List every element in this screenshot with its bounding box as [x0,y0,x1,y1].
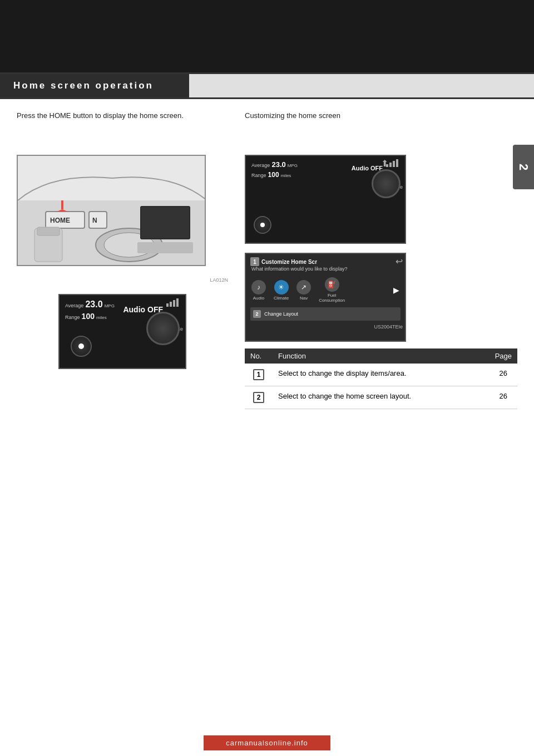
svg-rect-5 [141,207,189,238]
average-unit-right: MPG [288,163,298,168]
customize-screen-label: US2004TEIe [246,323,405,331]
chapter-tab: 2 [513,145,534,189]
compass-inner-right [260,223,265,227]
diagram-label-value: LA012N [210,277,228,283]
table-header-row: No. Function Page [245,348,517,364]
chapter-number: 2 [516,164,531,170]
customize-icon-audio[interactable]: ♪ Audio [251,280,266,301]
intro-text-left-value: Press the HOME button to display the hom… [17,111,184,120]
customize-badge1: 1 [250,257,259,266]
diagram-label: LA012N [17,277,228,283]
nav-icon-circle: ↗ [296,280,311,294]
svg-rect-9 [89,212,107,228]
svg-rect-6 [137,242,193,253]
customize-icons-row: ♪ Audio ☀ Climate ↗ Nav ⛽ Fuel Consumpti… [246,275,405,305]
section-title-text: Home screen operation [13,80,154,91]
range-value: 100 [82,312,95,321]
average-unit: MPG [105,303,115,308]
row1-badge: 1 [253,369,264,380]
range-label-right: Range [251,173,266,178]
main-content: Press the HOME button to display the hom… [0,99,534,420]
speaker-left [146,312,180,345]
compass-left [71,336,92,357]
nav-icon-label: Nav [300,296,308,301]
intro-text-left: Press the HOME button to display the hom… [17,110,228,144]
average-label: Average [65,303,83,308]
watermark-text: carmanualsonline.info [226,739,308,747]
svg-text:HOME: HOME [50,217,70,224]
bar3r [393,161,395,167]
watermark-bar: carmanualsonline.info [204,735,330,750]
row1-function: Select to change the display items/area. [273,364,490,386]
change-layout-badge: 2 [253,310,261,318]
compass-inner-left [78,343,84,349]
compass-right [254,216,271,234]
bar2r [389,163,392,167]
right-column: Customizing the home screen [245,110,517,409]
customize-icon-climate[interactable]: ☀ Climate [274,280,289,301]
row1-no: 1 [245,364,273,386]
customize-icon-fuel[interactable]: ⛽ Fuel Consumption [319,277,345,303]
left-screen-small: Average 23.0 MPG Range 100 miles Audio O… [58,294,186,369]
signal-bars [166,298,179,307]
left-column: Press the HOME button to display the hom… [17,110,228,409]
average-value: 23.0 [85,300,102,309]
intro-text-right-value: Customizing the home screen [245,111,340,120]
climate-icon-circle: ☀ [274,280,289,294]
table-header: No. Function Page [245,348,517,364]
range-label: Range [65,315,80,320]
col-header-no: No. [245,348,273,364]
svg-rect-12 [61,200,63,209]
fuel-icon-circle: ⛽ [325,277,339,292]
back-arrow-icon: ↩ [395,256,403,267]
car-diagram-svg: HOME N [18,156,206,266]
range-value-right: 100 [268,171,279,179]
customize-title-text: Customize Home Scr [261,259,317,265]
audio-icon-circle: ♪ [251,280,266,294]
col-header-function: Function [273,348,490,364]
table-row: 2 Select to change the home screen layou… [245,386,517,409]
table-row: 1 Select to change the display items/are… [245,364,517,386]
range-unit-right: miles [281,173,291,178]
svg-text:N: N [92,217,97,224]
right-screen-large: ⬆ Average 23.0 MPG Range 100 miles Audio… [245,155,406,244]
climate-icon-label: Climate [274,296,289,301]
audio-off-right: Audio OFF [352,165,383,171]
change-layout-label: Change Layout [264,311,298,317]
fuel-icon-label: Fuel Consumption [319,293,345,303]
customize-question: What information would you like to displ… [246,266,405,275]
average-value-right: 23.0 [271,160,285,169]
speaker-right [372,169,400,198]
svg-rect-14 [37,227,60,235]
table-body: 1 Select to change the display items/are… [245,364,517,409]
range-unit: miles [96,315,107,320]
customize-screen: ↩ 1 Customize Home Scr What information … [245,253,406,342]
row1-page: 26 [490,364,517,386]
row2-badge: 2 [253,392,264,403]
section-header: Home screen operation [0,72,534,99]
row2-no: 2 [245,386,273,409]
right-screen-wrapper: ⬆ Average 23.0 MPG Range 100 miles Audio… [245,155,406,244]
audio-icon-label: Audio [253,296,264,301]
row2-function: Select to change the home screen layout. [273,386,490,409]
bar3 [173,300,175,307]
bar4r [396,159,398,167]
change-layout-button[interactable]: 2 Change Layout [250,307,400,321]
bar1 [166,303,169,307]
customize-icon-nav[interactable]: ↗ Nav [296,280,311,301]
top-bar [0,0,534,72]
col-header-page: Page [490,348,517,364]
customize-header: 1 Customize Home Scr [246,254,405,266]
small-screen-container: Average 23.0 MPG Range 100 miles Audio O… [17,294,228,369]
customize-screen-label-value: US2004TEIe [374,324,403,330]
bar2 [170,302,172,307]
car-diagram: HOME N [17,155,206,266]
row2-page: 26 [490,386,517,409]
watermark: carmanualsonline.info [0,735,534,750]
intro-text-right: Customizing the home screen [245,110,517,144]
section-title: Home screen operation [0,74,189,97]
section-header-right [189,74,534,97]
more-arrow-icon[interactable]: ▶ [393,286,399,294]
average-label-right: Average [251,163,270,168]
bar4 [176,298,179,307]
